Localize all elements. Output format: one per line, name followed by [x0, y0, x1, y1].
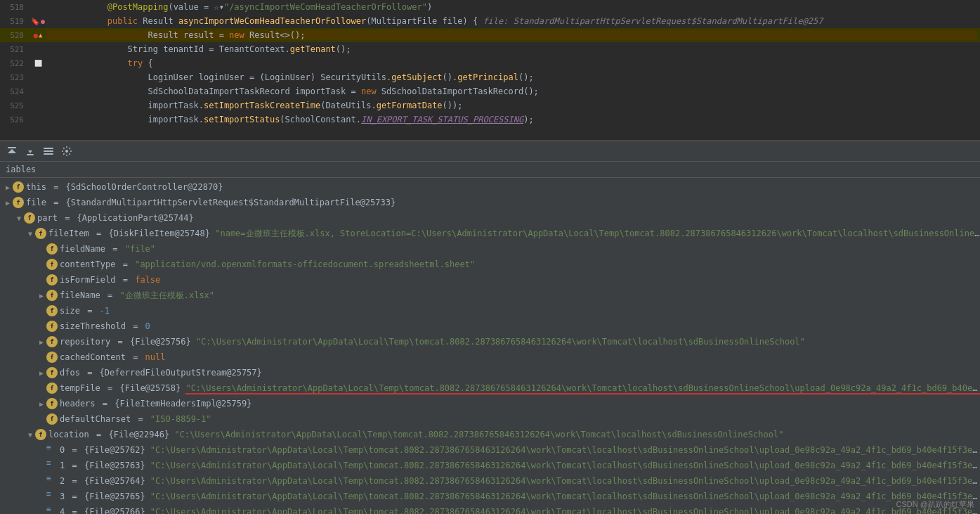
- icon-list-1: ≡: [46, 458, 58, 468]
- icon-list-2: ≡: [46, 474, 58, 483]
- code-scroll-area[interactable]: 518 @PostMapping(value = ☆▾"/asyncImport…: [0, 0, 980, 141]
- icon-dfos: f: [46, 367, 58, 378]
- icon-part: f: [24, 212, 35, 224]
- icon-tempFile: f: [46, 383, 58, 394]
- var-row-fileName[interactable]: f fileName = "企微班主任模板.xlsx": [0, 288, 980, 303]
- icon-location: f: [35, 429, 46, 440]
- var-row-headers[interactable]: f headers = {FileItemHeadersImpl@25759}: [0, 396, 980, 411]
- line-num-520: 520: [3, 31, 30, 40]
- icon-size: f: [46, 305, 58, 316]
- var-row-loc-2[interactable]: ≡ 2 = {File@25764} "C:\Users\Administrat…: [0, 473, 980, 489]
- var-row-tempFile[interactable]: f tempFile = {File@25758} "C:\Users\Admi…: [0, 380, 980, 396]
- line-num-519: 519: [3, 17, 30, 26]
- var-content-tempFile: tempFile = {File@25758} "C:\Users\Admini…: [60, 381, 980, 395]
- toggle-this[interactable]: [3, 180, 13, 194]
- icon-contentType: f: [46, 259, 58, 270]
- var-content-loc-2: 2 = {File@25764} "C:\Users\Administrator…: [60, 474, 980, 488]
- var-row-contentType[interactable]: f contentType = "application/vnd.openxml…: [0, 257, 980, 272]
- line-content-526: importTask.setImportStatus(SchoolConstan…: [46, 115, 977, 124]
- var-row-repository[interactable]: f repository = {File@25756} "C:\Users\Ad…: [0, 334, 980, 349]
- line-content-524: SdSchoolDataImportTaskRecord importTask …: [46, 86, 977, 96]
- toggle-repository[interactable]: [37, 335, 46, 349]
- var-row-fieldName[interactable]: f fieldName = "file": [0, 241, 980, 257]
- line-content-518: @PostMapping(value = ☆▾"/asyncImportWeCo…: [46, 2, 977, 12]
- var-content-fileItem: fileItem = {DiskFileItem@25748} "name=企微…: [48, 226, 980, 240]
- var-content-loc-0: 0 = {File@25762} "C:\Users\Administrator…: [60, 443, 980, 457]
- var-content-isFormField: isFormField = false: [60, 273, 980, 287]
- var-row-loc-0[interactable]: ≡ 0 = {File@25762} "C:\Users\Administrat…: [0, 442, 980, 458]
- settings-button[interactable]: [59, 143, 74, 159]
- icon-repository: f: [46, 336, 58, 347]
- var-row-sizeThreshold[interactable]: f sizeThreshold = 0: [0, 319, 980, 334]
- var-content-location: location = {File@22946} "C:\Users\Admini…: [48, 428, 980, 442]
- icon-fileName: f: [46, 290, 58, 301]
- line-num-521: 521: [3, 45, 30, 54]
- line-content-520: Result result = new Result<>();: [46, 30, 977, 40]
- var-content-size: size = -1: [60, 304, 980, 318]
- variables-tree: f this = {SdSchoolOrderController@22870}…: [0, 178, 980, 514]
- panel-title: iables: [6, 165, 36, 174]
- svg-rect-3: [44, 150, 53, 152]
- toggle-fileName[interactable]: [37, 288, 46, 302]
- icon-this: f: [13, 181, 24, 193]
- icon-cachedContent: f: [46, 352, 58, 363]
- var-row-file[interactable]: f file = {StandardMultipartHttpServletRe…: [0, 195, 980, 210]
- line-num-525: 525: [3, 101, 30, 110]
- var-row-cachedContent[interactable]: f cachedContent = null: [0, 349, 980, 365]
- toggle-fileItem[interactable]: [25, 226, 35, 240]
- code-line-519: 519 🔖 ● public Result asyncImportWeComHe…: [0, 14, 980, 28]
- variables-panel[interactable]: iables f this = {SdSchoolOrderController…: [0, 162, 980, 514]
- step-into-button[interactable]: [22, 143, 38, 159]
- var-row-loc-3[interactable]: ≡ 3 = {File@25765} "C:\Users\Administrat…: [0, 489, 980, 504]
- toggle-headers[interactable]: [37, 397, 46, 411]
- code-content: 518 @PostMapping(value = ☆▾"/asyncImport…: [0, 0, 980, 127]
- icon-list-4: ≡: [46, 505, 58, 514]
- var-row-size[interactable]: f size = -1: [0, 303, 980, 319]
- step-over-button[interactable]: [4, 143, 20, 159]
- toggle-file[interactable]: [3, 195, 13, 210]
- var-content-sizeThreshold: sizeThreshold = 0: [60, 319, 980, 333]
- svg-rect-2: [44, 148, 53, 149]
- code-line-521: 521 String tenantId = TenantContext.getT…: [0, 42, 980, 56]
- line-content-522: try {: [46, 58, 977, 68]
- svg-rect-1: [27, 154, 34, 155]
- line-content-523: LoginUser loginUser = (LoginUser) Securi…: [46, 72, 977, 82]
- icon-fileItem: f: [35, 228, 46, 239]
- debug-toolbar: [0, 141, 980, 162]
- var-row-part[interactable]: f part = {ApplicationPart@25744}: [0, 210, 980, 226]
- icon-file: f: [13, 197, 24, 208]
- icon-headers: f: [46, 398, 58, 409]
- var-row-loc-1[interactable]: ≡ 1 = {File@25763} "C:\Users\Administrat…: [0, 458, 980, 473]
- svg-point-5: [65, 150, 68, 153]
- var-row-fileItem[interactable]: f fileItem = {DiskFileItem@25748} "name=…: [0, 226, 980, 241]
- svg-rect-0: [8, 147, 16, 148]
- icon-sizeThreshold: f: [46, 321, 58, 332]
- icon-list-0: ≡: [46, 443, 58, 452]
- toggle-dfos[interactable]: [37, 366, 46, 380]
- code-line-526: 526 importTask.setImportStatus(SchoolCon…: [0, 113, 980, 127]
- code-line-525: 525 importTask.setImportTaskCreateTime(D…: [0, 98, 980, 113]
- var-row-loc-4[interactable]: ≡ 4 = {File@25766} "C:\Users\Administrat…: [0, 504, 980, 514]
- line-num-526: 526: [3, 115, 30, 124]
- gutter-520: ● ▲: [30, 31, 46, 40]
- code-editor: 518 @PostMapping(value = ☆▾"/asyncImport…: [0, 0, 980, 141]
- var-row-this[interactable]: f this = {SdSchoolOrderController@22870}: [0, 179, 980, 195]
- line-num-523: 523: [3, 73, 30, 82]
- list-view-button[interactable]: [41, 143, 56, 159]
- var-content-file: file = {StandardMultipartHttpServletRequ…: [26, 195, 980, 210]
- var-row-dfos[interactable]: f dfos = {DeferredFileOutputStream@25757…: [0, 365, 980, 380]
- var-row-location[interactable]: f location = {File@22946} "C:\Users\Admi…: [0, 427, 980, 442]
- toggle-location[interactable]: [25, 428, 35, 442]
- var-content-loc-1: 1 = {File@25763} "C:\Users\Administrator…: [60, 458, 980, 473]
- var-row-isFormField[interactable]: f isFormField = false: [0, 272, 980, 288]
- icon-list-3: ≡: [46, 489, 58, 499]
- panel-header: iables: [0, 162, 980, 178]
- gutter-522: ⬜: [30, 60, 46, 67]
- code-line-523: 523 LoginUser loginUser = (LoginUser) Se…: [0, 70, 980, 84]
- var-row-defaultCharset[interactable]: f defaultCharset = "ISO-8859-1": [0, 411, 980, 427]
- gutter-519: 🔖 ●: [30, 18, 46, 25]
- var-content-cachedContent: cachedContent = null: [60, 350, 980, 364]
- toggle-part[interactable]: [14, 211, 24, 225]
- code-line-524: 524 SdSchoolDataImportTaskRecord importT…: [0, 84, 980, 98]
- code-line-520: 520 ● ▲ Result result = new Result<>();: [0, 28, 980, 42]
